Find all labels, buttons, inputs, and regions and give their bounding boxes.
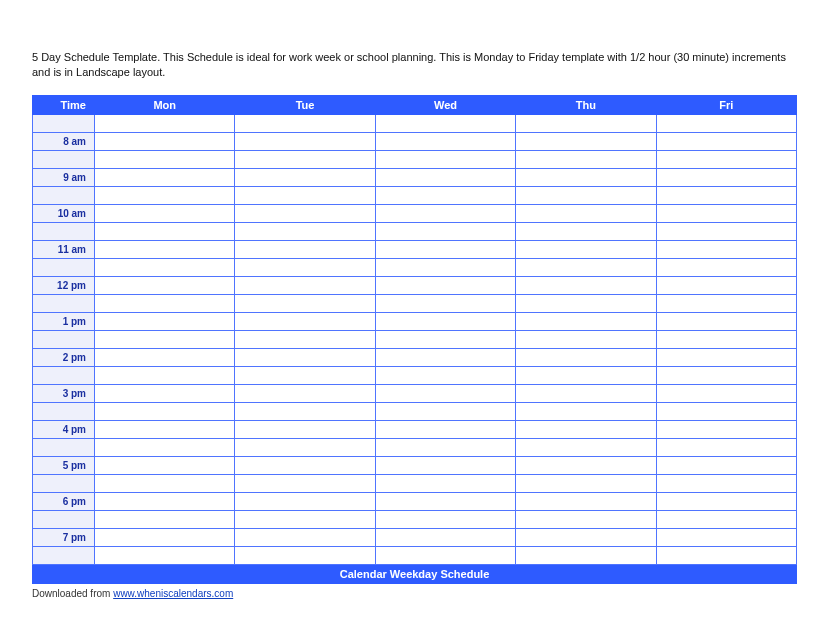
table-row: 3 pm — [33, 384, 797, 402]
schedule-cell — [656, 294, 796, 312]
schedule-cell — [235, 240, 375, 258]
schedule-cell — [95, 114, 235, 132]
schedule-cell — [95, 420, 235, 438]
table-row: 5 pm — [33, 456, 797, 474]
schedule-cell — [235, 402, 375, 420]
schedule-cell — [516, 330, 656, 348]
header-day-thu: Thu — [516, 95, 656, 114]
schedule-cell — [235, 510, 375, 528]
schedule-cell — [516, 150, 656, 168]
schedule-cell — [375, 240, 515, 258]
schedule-cell — [375, 492, 515, 510]
table-row — [33, 366, 797, 384]
schedule-cell — [235, 186, 375, 204]
schedule-cell — [516, 258, 656, 276]
schedule-cell — [95, 294, 235, 312]
schedule-cell — [516, 294, 656, 312]
schedule-cell — [516, 384, 656, 402]
description-text: 5 Day Schedule Template. This Schedule i… — [32, 50, 797, 81]
schedule-cell — [375, 186, 515, 204]
schedule-cell — [656, 204, 796, 222]
schedule-cell — [656, 276, 796, 294]
schedule-cell — [656, 186, 796, 204]
schedule-cell — [95, 258, 235, 276]
schedule-cell — [516, 528, 656, 546]
time-label: 6 pm — [33, 492, 95, 510]
time-label: 2 pm — [33, 348, 95, 366]
schedule-cell — [375, 474, 515, 492]
schedule-cell — [656, 546, 796, 564]
schedule-cell — [95, 240, 235, 258]
schedule-document: 5 Day Schedule Template. This Schedule i… — [0, 0, 829, 619]
schedule-cell — [235, 456, 375, 474]
table-row — [33, 114, 797, 132]
schedule-cell — [516, 348, 656, 366]
schedule-cell — [375, 438, 515, 456]
schedule-cell — [235, 258, 375, 276]
schedule-cell — [95, 546, 235, 564]
schedule-cell — [235, 132, 375, 150]
schedule-cell — [375, 330, 515, 348]
schedule-cell — [235, 330, 375, 348]
table-row: 1 pm — [33, 312, 797, 330]
table-row: 12 pm — [33, 276, 797, 294]
schedule-cell — [95, 474, 235, 492]
schedule-cell — [656, 240, 796, 258]
schedule-cell — [95, 366, 235, 384]
schedule-cell — [235, 312, 375, 330]
time-label — [33, 402, 95, 420]
time-label: 5 pm — [33, 456, 95, 474]
schedule-cell — [516, 276, 656, 294]
schedule-cell — [656, 456, 796, 474]
time-label — [33, 150, 95, 168]
schedule-cell — [235, 276, 375, 294]
schedule-body: 8 am9 am10 am11 am12 pm1 pm2 pm3 pm4 pm5… — [33, 114, 797, 564]
time-label: 8 am — [33, 132, 95, 150]
table-row — [33, 438, 797, 456]
time-label: 7 pm — [33, 528, 95, 546]
schedule-cell — [656, 168, 796, 186]
schedule-cell — [516, 240, 656, 258]
schedule-cell — [516, 402, 656, 420]
schedule-cell — [375, 384, 515, 402]
download-link[interactable]: www.wheniscalendars.com — [113, 588, 233, 599]
table-row — [33, 510, 797, 528]
schedule-cell — [375, 402, 515, 420]
schedule-cell — [375, 168, 515, 186]
schedule-cell — [516, 510, 656, 528]
time-label: 9 am — [33, 168, 95, 186]
schedule-cell — [235, 384, 375, 402]
schedule-cell — [95, 528, 235, 546]
schedule-cell — [375, 204, 515, 222]
schedule-cell — [235, 348, 375, 366]
schedule-cell — [235, 114, 375, 132]
schedule-cell — [95, 492, 235, 510]
schedule-cell — [516, 132, 656, 150]
schedule-cell — [375, 420, 515, 438]
schedule-cell — [375, 114, 515, 132]
time-label — [33, 510, 95, 528]
table-row: 2 pm — [33, 348, 797, 366]
schedule-cell — [656, 492, 796, 510]
schedule-table: Time Mon Tue Wed Thu Fri 8 am9 am10 am11… — [32, 95, 797, 565]
schedule-cell — [656, 528, 796, 546]
schedule-cell — [235, 438, 375, 456]
table-row — [33, 402, 797, 420]
schedule-cell — [516, 492, 656, 510]
time-label — [33, 258, 95, 276]
schedule-cell — [235, 366, 375, 384]
schedule-cell — [516, 438, 656, 456]
time-label — [33, 546, 95, 564]
schedule-cell — [375, 348, 515, 366]
schedule-cell — [375, 510, 515, 528]
schedule-cell — [375, 366, 515, 384]
schedule-cell — [95, 222, 235, 240]
schedule-cell — [235, 420, 375, 438]
schedule-cell — [516, 420, 656, 438]
schedule-cell — [95, 204, 235, 222]
schedule-cell — [235, 474, 375, 492]
schedule-cell — [375, 276, 515, 294]
schedule-cell — [516, 474, 656, 492]
schedule-cell — [656, 114, 796, 132]
schedule-cell — [656, 366, 796, 384]
